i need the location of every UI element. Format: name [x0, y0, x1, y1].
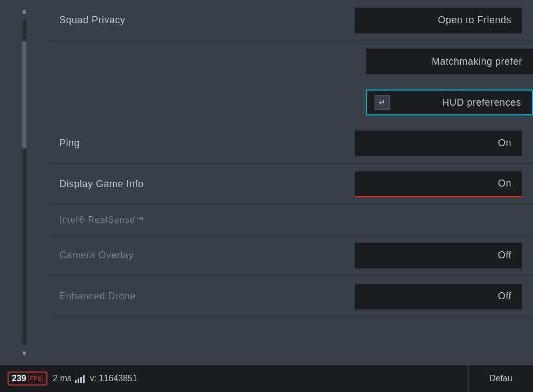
ping-bars-icon	[75, 374, 85, 383]
matchmaking-pref-label: Matchmaking prefer	[432, 56, 522, 67]
camera-overlay-value: Off	[498, 250, 511, 261]
version-text: v: 11643851	[90, 374, 137, 383]
setting-value-ping[interactable]: On	[355, 130, 522, 156]
setting-row-display-game-info: Display Game Info On	[49, 164, 533, 205]
settings-list: Squad Privacy Open to Friends Matchmakin…	[49, 0, 533, 392]
hud-pref-button[interactable]: ↵ HUD preferences	[366, 90, 533, 115]
scroll-up-arrow[interactable]: ▲	[18, 4, 31, 17]
matchmaking-pref-row: Matchmaking prefer	[49, 41, 533, 82]
ping-ms-value: 2 ms	[53, 374, 72, 383]
setting-label-display-game-info: Display Game Info	[59, 178, 355, 190]
setting-row-enhanced-drone: Enhanced Drone Off	[49, 276, 533, 317]
ping-bar-2	[78, 379, 79, 383]
setting-row-ping: Ping On	[49, 123, 533, 164]
default-button-label: Defau	[489, 374, 513, 383]
default-button[interactable]: Defau	[468, 365, 533, 392]
setting-value-display-game-info[interactable]: On	[355, 171, 522, 197]
realsense-label: Intel® RealSense™	[59, 215, 144, 225]
enhanced-drone-value: Off	[498, 291, 511, 302]
fps-counter: 239 FPS	[8, 372, 47, 386]
content-area: Squad Privacy Open to Friends Matchmakin…	[49, 0, 533, 392]
ping-bar-1	[75, 380, 77, 383]
setting-label-squad-privacy: Squad Privacy	[59, 15, 355, 26]
main-container: ▲ ▼ Squad Privacy Open to Friends Matchm…	[0, 0, 533, 392]
scroll-down-arrow[interactable]: ▼	[18, 347, 31, 360]
ping-display: 2 ms	[53, 374, 85, 383]
display-game-info-value: On	[498, 178, 511, 189]
setting-value-squad-privacy[interactable]: Open to Friends	[355, 8, 522, 33]
scrollbar-track: ▲ ▼	[0, 0, 49, 392]
ping-bar-3	[80, 377, 82, 383]
scroll-thumb[interactable]	[22, 41, 26, 149]
scroll-track	[22, 19, 26, 345]
setting-label-camera-overlay: Camera Overlay	[59, 250, 355, 261]
fps-label: FPS	[29, 375, 43, 382]
hud-pref-row: ↵ HUD preferences	[49, 82, 533, 123]
setting-value-enhanced-drone[interactable]: Off	[355, 284, 522, 310]
fps-number: 239	[12, 374, 26, 383]
setting-label-enhanced-drone: Enhanced Drone	[59, 291, 355, 302]
bottom-bar: 239 FPS 2 ms v: 11643851 Defau	[0, 365, 533, 392]
squad-privacy-value: Open to Friends	[438, 15, 511, 26]
ping-bar-4	[83, 375, 85, 383]
enter-icon: ↵	[375, 95, 390, 110]
setting-value-camera-overlay[interactable]: Off	[355, 243, 522, 269]
setting-row-squad-privacy: Squad Privacy Open to Friends	[49, 0, 533, 41]
ping-value: On	[498, 137, 511, 149]
setting-label-ping: Ping	[59, 137, 355, 149]
setting-row-camera-overlay: Camera Overlay Off	[49, 235, 533, 276]
realsense-section: Intel® RealSense™	[49, 205, 533, 235]
matchmaking-pref-button[interactable]: Matchmaking prefer	[366, 49, 533, 74]
hud-pref-label: HUD preferences	[442, 97, 521, 108]
